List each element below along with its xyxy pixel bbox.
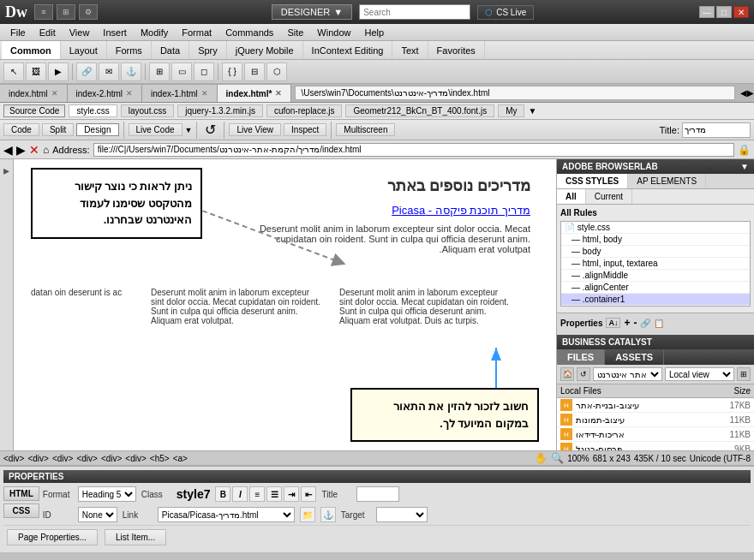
inspect-btn[interactable]: Inspect [284, 123, 326, 136]
doc-tab-0[interactable]: index.html ✕ [0, 84, 68, 102]
settings-icon[interactable]: ⚙ [79, 4, 98, 20]
my-tab[interactable]: My [498, 104, 524, 117]
close-tab-0[interactable]: ✕ [51, 89, 58, 98]
doc-tab-3[interactable]: index.html* ✕ [218, 84, 292, 102]
cufon-tab[interactable]: cufon-replace.js [266, 104, 343, 117]
id-select[interactable]: None [78, 507, 117, 522]
close-tab-3[interactable]: ✕ [275, 89, 282, 98]
file-item-0[interactable]: H עיצוב-ובניית-אתר 17KB [557, 398, 754, 413]
email-btn[interactable]: ✉ [99, 63, 119, 81]
live-code-arrow[interactable]: ▼ [185, 126, 193, 134]
pointer-tool[interactable]: ↖ [3, 63, 24, 81]
html-tag-btn[interactable]: HTML [3, 486, 39, 501]
del-prop-btn[interactable]: - [633, 317, 637, 329]
refresh-icon[interactable]: ↺ [201, 122, 219, 138]
tag-div-2[interactable]: <div> [52, 454, 73, 463]
file-item-1[interactable]: H עיצוב-תמונות 11KB [557, 413, 754, 427]
menu-commands[interactable]: Commands [218, 26, 280, 39]
cslive-button[interactable]: ⬡ CS Live [477, 5, 534, 20]
menu-edit[interactable]: Edit [33, 26, 63, 39]
jquery-tab[interactable]: jquery-1.3.2.min.js [177, 104, 263, 117]
menu-file[interactable]: File [3, 26, 33, 39]
tab-incontext[interactable]: InContext Editing [303, 41, 393, 59]
anchor-btn[interactable]: ⚓ [121, 63, 141, 81]
tab-spry[interactable]: Spry [189, 41, 227, 59]
view-selector[interactable]: Local view [665, 367, 734, 381]
css-rule-1[interactable]: — html, body [561, 234, 750, 246]
format-select[interactable]: Heading 5 [78, 486, 136, 502]
doc-tab-2[interactable]: index-1.html ✕ [142, 84, 217, 102]
az-sort-btn[interactable]: A↓ [606, 318, 620, 328]
close-tab-2[interactable]: ✕ [201, 89, 208, 98]
search-input[interactable] [363, 8, 466, 17]
indent-btn[interactable]: ⇥ [284, 486, 299, 502]
assets-tab[interactable]: ASSETS [605, 349, 664, 365]
new-rule-btn[interactable]: 📋 [654, 319, 664, 328]
stop-btn[interactable]: ✕ [29, 143, 39, 157]
minimize-button[interactable]: — [699, 6, 715, 18]
forward-btn[interactable]: ▶ [16, 143, 26, 157]
menu-modify[interactable]: Modify [134, 26, 175, 39]
template-btn[interactable]: ⊟ [244, 63, 265, 81]
tab-common[interactable]: Common [2, 41, 61, 59]
site-selector[interactable]: אתר אינטרנט [593, 367, 662, 381]
browserlab-options[interactable]: ▼ [740, 162, 749, 171]
home-btn[interactable]: ⌂ [43, 144, 49, 156]
live-code-btn[interactable]: Live Code [129, 123, 183, 136]
link-browse-btn[interactable]: 📁 [300, 507, 315, 522]
multiscreen-btn[interactable]: Multiscreen [336, 123, 395, 136]
search-box[interactable] [359, 4, 470, 20]
css-rule-4[interactable]: — .alignMiddle [561, 270, 750, 282]
all-tab[interactable]: All [557, 189, 586, 204]
tag-div-3[interactable]: <div> [76, 454, 97, 463]
menu-help[interactable]: Help [357, 26, 391, 39]
title-prop-input[interactable] [356, 486, 399, 502]
back-btn[interactable]: ◀ [3, 143, 13, 157]
site-root-btn[interactable]: 🏠 [560, 367, 574, 381]
designer-button[interactable]: DESIGNER ▼ [272, 4, 352, 20]
menu-format[interactable]: Format [175, 26, 218, 39]
design-btn[interactable]: Design [76, 123, 118, 136]
menu-window[interactable]: Window [310, 26, 357, 39]
menu-icon[interactable]: ≡ [34, 4, 53, 20]
tag-div-1[interactable]: <div> [27, 454, 48, 463]
table-btn[interactable]: ⊞ [149, 63, 170, 81]
div-btn[interactable]: ▭ [171, 63, 192, 81]
css-styles-tab[interactable]: CSS STYLES [557, 174, 628, 188]
scroll-right-icon[interactable]: ▶ [747, 88, 754, 98]
hyperlink-btn[interactable]: 🔗 [76, 63, 97, 81]
tab-data[interactable]: Data [152, 41, 189, 59]
close-tab-1[interactable]: ✕ [126, 89, 133, 98]
page-properties-btn[interactable]: Page Properties... [7, 529, 98, 545]
css-rule-2[interactable]: — body [561, 246, 750, 258]
tab-forms[interactable]: Forms [107, 41, 152, 59]
insert-image-btn[interactable]: 🖼 [26, 63, 46, 81]
search-icon[interactable]: 🔍 [551, 452, 564, 464]
left-panel-label[interactable]: ◀ [3, 168, 11, 176]
close-button[interactable]: ✕ [733, 6, 749, 18]
expand-files-btn[interactable]: ⊞ [737, 367, 751, 381]
restore-button[interactable]: □ [716, 6, 732, 18]
ap-elements-tab[interactable]: AP ELEMENTS [628, 174, 706, 188]
insert-media-btn[interactable]: ▶ [48, 63, 69, 81]
css-rule-0[interactable]: 📄 style.css [561, 222, 750, 234]
tab-text[interactable]: Text [392, 41, 428, 59]
go-btn[interactable]: 🔒 [738, 144, 751, 156]
address-input[interactable] [93, 143, 734, 157]
doc-tab-1[interactable]: index-2.html ✕ [68, 84, 142, 102]
ol-btn[interactable]: ☰ [266, 486, 282, 502]
split-btn[interactable]: Split [42, 123, 74, 136]
live-view-btn[interactable]: Live View [229, 123, 281, 136]
menu-view[interactable]: View [63, 26, 97, 39]
chain-icon[interactable]: 🔗 [640, 319, 650, 328]
menu-site[interactable]: Site [280, 26, 310, 39]
tag-h5[interactable]: <h5> [150, 454, 170, 463]
file-item-3[interactable]: H פרסום-בגוגל 9KB [557, 442, 754, 450]
tab-jquery[interactable]: jQuery Mobile [227, 41, 303, 59]
files-more-btn[interactable]: ▼ [528, 106, 536, 116]
hand-tool[interactable]: ✋ [535, 452, 548, 464]
list-item-btn[interactable]: List Item... [105, 529, 166, 545]
scroll-left-icon[interactable]: ◀ [740, 88, 747, 98]
tab-favorites[interactable]: Favorites [428, 41, 485, 59]
css-rule-6[interactable]: — .container1 [561, 294, 750, 306]
